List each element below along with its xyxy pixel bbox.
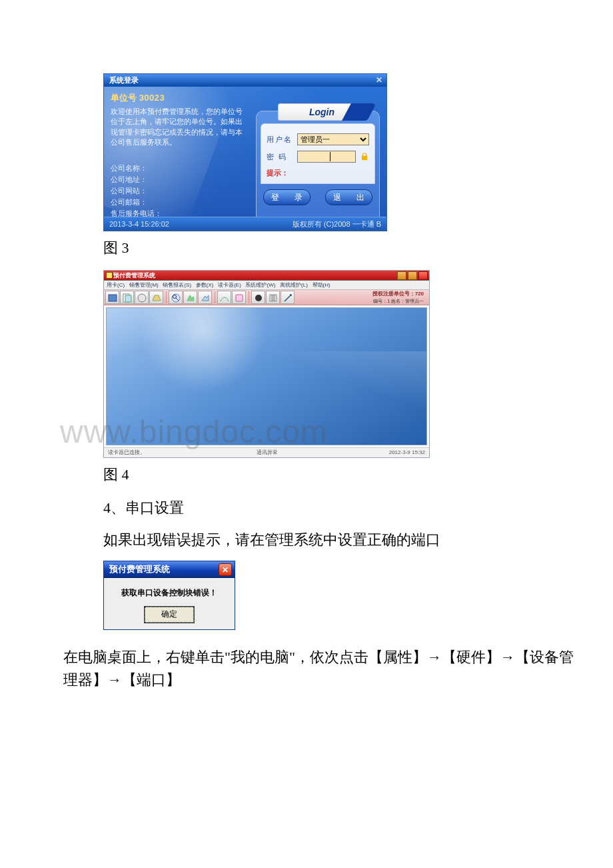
close-icon[interactable]: ✕ xyxy=(376,74,382,87)
password-input[interactable] xyxy=(297,151,356,163)
login-dialog: 系统登录 ✕ 单位号 30023 欢迎使用本预付费管理系统，您的单位号位于左上角… xyxy=(103,73,387,231)
section4-title: 4、串口设置 xyxy=(103,497,550,519)
svg-point-3 xyxy=(138,294,146,302)
text-caret xyxy=(330,152,330,161)
username-select[interactable]: 管理员一 xyxy=(297,133,369,145)
lock-icon xyxy=(360,152,369,161)
password-label: 密 码 xyxy=(267,152,293,162)
menu-item[interactable]: 系统维护(W) xyxy=(245,282,275,288)
login-buttons-row: 登 录 退 出 xyxy=(263,189,372,205)
menu-item[interactable]: 用卡(C) xyxy=(107,282,125,288)
menu-item[interactable]: 销售管理(M) xyxy=(129,282,159,288)
username-row: 用户名 管理员一 xyxy=(267,133,369,145)
login-dialog-footer: 2013-3-4 15:26:02 版权所有 (C)2008 一卡通 B xyxy=(104,217,386,231)
login-tab-label: Login xyxy=(278,103,366,121)
statusbar: 读卡器已连接。 通讯异常 2012-3-9 15:32 xyxy=(104,447,429,457)
login-dialog-body: 单位号 30023 欢迎使用本预付费管理系统，您的单位号位于左上角，请牢记您的单… xyxy=(104,87,386,217)
section4-line2: 在电脑桌面上，右键单击"我的电脑"，依次点击【属性】→【硬件】→【设备管理器】→… xyxy=(63,646,576,691)
error-message: 获取串口设备控制块错误！ xyxy=(111,587,228,599)
toolbar-button[interactable] xyxy=(135,291,149,304)
hint-label: 提示： xyxy=(267,168,369,178)
footer-copyright: 版权所有 (C)2008 一卡通 B xyxy=(293,217,381,231)
figure4-caption: 图 4 xyxy=(103,465,550,485)
toolbar-button[interactable] xyxy=(251,291,265,304)
toolbar xyxy=(104,290,429,305)
toolbar-separator xyxy=(249,291,249,303)
toolbar-button[interactable] xyxy=(217,291,231,304)
toolbar-button[interactable] xyxy=(266,291,280,304)
svg-rect-0 xyxy=(109,295,117,301)
menu-item[interactable]: 读卡器(E) xyxy=(218,282,241,288)
app-titlebar: 预付费管理系统 xyxy=(104,271,429,281)
login-panel: Login 用户名 管理员一 密 码 xyxy=(256,111,380,217)
close-button[interactable]: ✕ xyxy=(219,563,232,576)
welcome-text: 欢迎使用本预付费管理系统，您的单位号位于左上角，请牢记您的单位号。如果出现管理卡… xyxy=(111,107,244,148)
status-mid: 通讯异常 xyxy=(257,448,278,457)
figure3-caption: 图 3 xyxy=(103,238,550,258)
password-row: 密 码 xyxy=(267,151,369,163)
app-window: 预付费管理系统 用卡(C) 销售管理(M) 销售报表(S) 参数(X) 读卡器(… xyxy=(103,270,430,458)
ok-button[interactable]: 确定 xyxy=(145,607,194,623)
close-icon: ✕ xyxy=(222,562,229,578)
error-dialog-body: 获取串口设备控制块错误！ 确定 xyxy=(104,578,235,629)
decorative-sweep xyxy=(106,351,427,445)
login-button[interactable]: 登 录 xyxy=(263,189,310,205)
footer-datetime: 2013-3-4 15:26:02 xyxy=(109,217,169,231)
minimize-button[interactable] xyxy=(397,271,406,280)
toolbar-button[interactable] xyxy=(281,291,295,304)
login-form: 用户名 管理员一 密 码 提示： xyxy=(261,123,375,184)
toolbar-button[interactable] xyxy=(120,291,134,304)
menu-item[interactable]: 销售报表(S) xyxy=(163,282,191,288)
error-dialog-title: 预付费管理系统 xyxy=(109,564,170,574)
svg-rect-2 xyxy=(125,295,131,302)
unit-number: 30023 xyxy=(139,93,165,103)
toolbar-separator xyxy=(166,291,167,303)
login-dialog-titlebar: 系统登录 ✕ xyxy=(104,74,386,87)
status-right: 2012-3-9 15:32 xyxy=(389,448,425,457)
close-button[interactable] xyxy=(418,271,428,280)
username-label: 用户名 xyxy=(267,135,293,145)
toolbar-button[interactable] xyxy=(198,291,212,304)
status-left: 读卡器已连接。 xyxy=(108,448,145,457)
app-title: 预付费管理系统 xyxy=(113,272,155,279)
section4-line1: 如果出现错误提示，请在管理系统中设置正确的端口 xyxy=(103,529,550,551)
error-dialog-titlebar: 预付费管理系统 ✕ xyxy=(104,561,235,578)
unit-row: 单位号 30023 xyxy=(111,92,380,104)
menubar: 用卡(C) 销售管理(M) 销售报表(S) 参数(X) 读卡器(E) 系统维护(… xyxy=(104,281,429,290)
app-content-area xyxy=(106,307,427,445)
toolbar-separator xyxy=(215,291,215,303)
toolbar-button[interactable] xyxy=(183,291,197,304)
svg-rect-6 xyxy=(236,295,243,301)
menu-item[interactable]: 离线维护(L) xyxy=(280,282,308,288)
error-dialog: 预付费管理系统 ✕ 获取串口设备控制块错误！ 确定 xyxy=(103,561,235,630)
svg-point-7 xyxy=(255,295,262,301)
login-dialog-title: 系统登录 xyxy=(109,76,139,84)
unit-label: 单位号 xyxy=(111,93,137,103)
exit-button[interactable]: 退 出 xyxy=(325,189,372,205)
maximize-button[interactable] xyxy=(408,271,417,280)
menu-item[interactable]: 帮助(H) xyxy=(312,282,330,288)
toolbar-button[interactable] xyxy=(149,291,163,304)
toolbar-button[interactable] xyxy=(232,291,246,304)
toolbar-button[interactable] xyxy=(169,291,183,304)
menu-item[interactable]: 参数(X) xyxy=(196,282,214,288)
toolbar-button[interactable] xyxy=(105,291,119,304)
window-buttons xyxy=(397,271,428,280)
